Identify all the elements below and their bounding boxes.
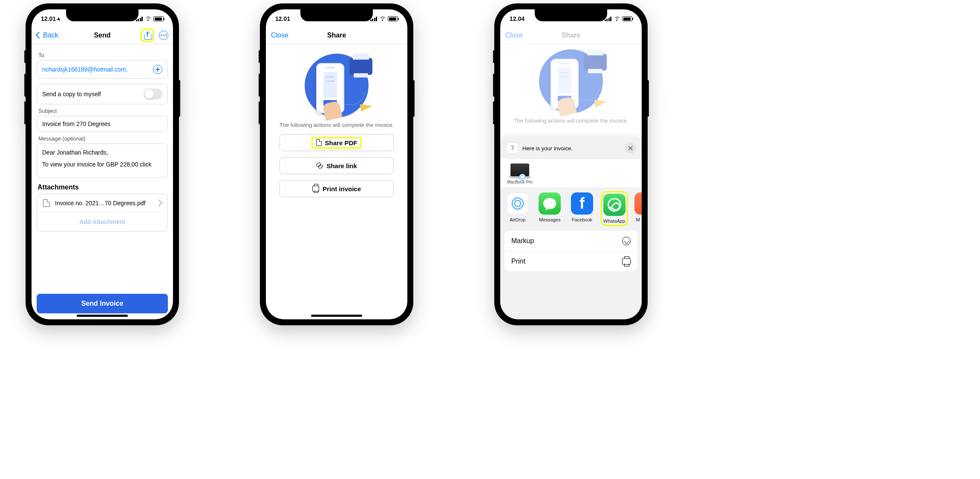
copy-self-toggle[interactable] — [144, 89, 162, 100]
whatsapp-icon — [608, 198, 621, 212]
share-content: The following actions will complete the … — [266, 44, 407, 319]
to-label: To — [38, 52, 168, 58]
document-icon — [316, 139, 322, 146]
add-attachment-button[interactable]: Add Attachment — [37, 212, 167, 231]
copy-self-row[interactable]: Send a copy to myself — [37, 84, 168, 104]
chevron-right-icon — [157, 200, 161, 207]
close-label: Close — [271, 32, 288, 39]
share-sheet-header: TI Here is your invoice. ✕ — [500, 142, 642, 159]
attachments-card: Invoice no. 2021…70 Degrees.pdf Add Atta… — [37, 194, 168, 232]
app-airdrop[interactable]: AirDrop — [505, 192, 530, 225]
close-label: Close — [505, 32, 523, 39]
share-illustration — [533, 49, 609, 113]
attachment-name: Invoice no. 2021…70 Degrees.pdf — [55, 200, 145, 207]
app-facebook[interactable]: f Facebook — [570, 192, 594, 225]
share-pdf-button[interactable]: Share PDF — [280, 134, 394, 151]
facebook-icon: f — [579, 195, 585, 212]
airdrop-badge-icon — [519, 174, 526, 181]
subject-field[interactable]: Invoice from 270 Degrees — [37, 116, 168, 132]
message-line-1: Dear Jonathan Richards, — [42, 148, 162, 157]
wifi-icon — [379, 17, 386, 21]
share-link-button[interactable]: Share link — [280, 157, 394, 174]
share-actions-card: Markup Print — [504, 231, 637, 271]
message-label: Message (optional) — [38, 135, 168, 142]
to-value: richardsjk166189@hotmail.com, — [42, 66, 127, 73]
status-time: 12.04 — [510, 15, 525, 22]
app-more-truncated[interactable]: M — [634, 192, 642, 225]
app-whatsapp[interactable]: WhatsApp — [602, 192, 627, 225]
nav-bar: Close Share — [500, 26, 642, 44]
print-invoice-label: Print invoice — [323, 185, 361, 192]
airdrop-target[interactable]: Timothy's MacBook Pro — [506, 163, 533, 185]
status-time: 12.01 — [275, 15, 290, 22]
share-pdf-label: Share PDF — [325, 139, 357, 146]
printer-icon — [622, 258, 631, 265]
send-form: To richardsjk166189@hotmail.com, Send a … — [32, 44, 173, 319]
app-label: M — [634, 217, 642, 222]
close-button[interactable]: Close — [271, 32, 288, 39]
message-line-2: To view your invoice for GBP 228,00 clic… — [42, 160, 162, 169]
app-label: AirDrop — [505, 217, 530, 222]
share-sheet-title: Here is your invoice. — [522, 145, 573, 152]
page-title: Share — [327, 32, 346, 39]
action-label: Print — [511, 258, 525, 265]
attachments-heading: Attachments — [37, 184, 168, 191]
phone-ios-share-sheet: 12.04 Close Share — [494, 3, 648, 325]
share-caption: The following actions will complete the … — [271, 122, 402, 128]
back-button[interactable]: Back — [37, 32, 58, 39]
add-recipient-button[interactable] — [153, 65, 162, 74]
action-label: Markup — [511, 237, 534, 245]
markup-icon — [622, 237, 631, 245]
share-link-label: Share link — [326, 162, 357, 169]
more-button[interactable] — [158, 29, 170, 41]
app-label: Facebook — [570, 217, 594, 222]
home-indicator[interactable] — [77, 315, 128, 317]
ellipsis-circle-icon — [159, 31, 168, 40]
close-button[interactable]: Close — [505, 32, 523, 39]
message-field[interactable]: Dear Jonathan Richards, To view your inv… — [37, 143, 168, 178]
to-field[interactable]: richardsjk166189@hotmail.com, — [37, 60, 168, 79]
share-option-list: Share PDF Share link Print invoice — [271, 134, 402, 197]
back-label: Back — [43, 32, 58, 39]
ios-share-sheet: TI Here is your invoice. ✕ Timothy's Mac… — [500, 137, 642, 319]
action-markup[interactable]: Markup — [504, 231, 637, 252]
wifi-icon — [145, 17, 151, 21]
subject-label: Subject — [38, 108, 168, 114]
phone-send: 12.01 Back Send To — [26, 3, 179, 325]
location-services-icon — [55, 15, 63, 23]
more-app-icon — [634, 192, 642, 215]
wifi-icon — [614, 17, 620, 21]
share-apps-row: AirDrop Messages f Facebook WhatsApp — [500, 187, 642, 228]
share-button[interactable] — [141, 29, 153, 41]
copy-self-label: Send a copy to myself — [42, 91, 101, 98]
action-print[interactable]: Print — [504, 252, 637, 271]
chevron-left-icon — [37, 32, 42, 39]
pdf-file-icon — [43, 199, 50, 207]
print-invoice-button[interactable]: Print invoice — [280, 180, 394, 197]
battery-icon — [622, 16, 632, 21]
share-caption: The following actions will complete the … — [505, 118, 637, 124]
send-invoice-button[interactable]: Send Invoice — [37, 294, 168, 313]
close-sheet-button[interactable]: ✕ — [625, 143, 636, 154]
nav-bar: Close Share — [266, 26, 407, 44]
printer-icon — [312, 186, 319, 192]
home-indicator[interactable] — [311, 315, 362, 317]
phone-share-options: 12.01 Close Share — [260, 3, 413, 325]
page-title: Send — [94, 32, 110, 39]
attachment-row[interactable]: Invoice no. 2021…70 Degrees.pdf — [37, 194, 167, 212]
airdrop-targets-row: Timothy's MacBook Pro — [500, 159, 642, 187]
share-illustration — [298, 54, 375, 118]
app-label: WhatsApp — [603, 218, 625, 224]
nav-bar: Back Send — [32, 26, 173, 44]
share-icon — [144, 31, 151, 40]
messages-icon — [543, 198, 556, 209]
text-item-icon: TI — [506, 142, 518, 154]
battery-icon — [153, 16, 164, 21]
status-time: 12.01 — [41, 15, 56, 22]
link-icon — [316, 162, 323, 169]
subject-value: Invoice from 270 Degrees — [42, 120, 110, 127]
app-messages[interactable]: Messages — [538, 192, 562, 225]
page-title: Share — [562, 32, 580, 39]
airdrop-icon — [510, 196, 525, 211]
battery-icon — [388, 16, 398, 21]
